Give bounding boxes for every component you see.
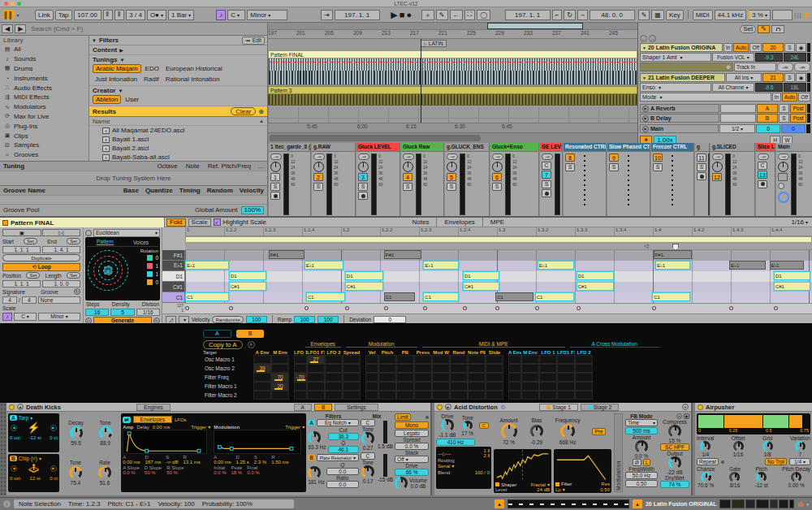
mod-peak[interactable]: 18 % xyxy=(231,470,242,475)
mixer-strip[interactable]: g.GLUCK_ENS -∞ C 5 S 0 12 24 36 48 60 xyxy=(445,143,490,216)
midi-note[interactable]: C1 xyxy=(423,292,459,301)
track-activator-chip[interactable] xyxy=(778,173,788,181)
matrix-cell[interactable] xyxy=(294,391,307,400)
matrix-tab-a[interactable]: A xyxy=(203,330,231,338)
midi-note[interactable]: E♭1 xyxy=(185,261,229,270)
matrix-cell[interactable] xyxy=(294,382,307,391)
tab-pattern[interactable]: Pattern xyxy=(97,239,114,245)
midi-loop-bar[interactable] xyxy=(185,236,812,243)
track-activator-chip[interactable]: 11 xyxy=(697,153,706,162)
matrix-cell[interactable] xyxy=(378,355,396,364)
amp-a-slope[interactable]: 0.0 % xyxy=(123,470,135,475)
pitch-decay-knob[interactable] xyxy=(791,472,801,482)
tab-stage-2[interactable]: Stage 2 xyxy=(581,404,619,411)
clear-filters-button[interactable]: Clear xyxy=(231,107,256,115)
pan-knob[interactable] xyxy=(313,162,324,172)
filter-a-gain[interactable]: 1.5 dB xyxy=(378,443,393,449)
device-title[interactable]: Death Kicks xyxy=(26,404,61,411)
device-title[interactable]: Airpusher xyxy=(706,404,734,411)
track-20-send-a[interactable]: -∞ xyxy=(777,63,793,71)
loop-button[interactable]: ↻ xyxy=(564,10,576,20)
mono-button[interactable]: Mono xyxy=(395,421,429,429)
lane-select-icon[interactable] xyxy=(179,316,189,324)
mixer-strip[interactable]: Freezer CTRL -∞ C 10 S 0 12 24 36 48 60 xyxy=(651,143,694,216)
steps-field[interactable]: 16 xyxy=(85,309,109,316)
creator-collapse-icon[interactable]: ▼ xyxy=(118,89,123,93)
tab-stage-1[interactable]: Stage 1 xyxy=(539,404,577,411)
velocity-marker[interactable] xyxy=(495,306,499,310)
acid-drive-knob[interactable] xyxy=(441,419,454,432)
tab-envelopes[interactable]: Envelopes xyxy=(442,218,477,227)
sidebar-item[interactable]: ▣ Clips xyxy=(0,131,89,140)
interval-value[interactable]: 1/4 xyxy=(697,452,714,457)
automation-line[interactable] xyxy=(269,62,637,63)
level-value[interactable]: 24 dB xyxy=(537,487,550,492)
track-21-pan[interactable]: 18L xyxy=(784,83,806,92)
filter-a-tone-knob[interactable] xyxy=(361,432,374,445)
duplicate-button[interactable]: Duplicate xyxy=(2,254,80,261)
tunings-collapse-icon[interactable]: ▼ xyxy=(120,58,125,63)
velocity-marker[interactable] xyxy=(345,306,349,310)
mixer-strip-name[interactable]: GE LEV xyxy=(540,143,562,152)
mixer-strip-name[interactable]: Slow Phased CTR xyxy=(607,143,650,152)
matrix-cell[interactable] xyxy=(365,382,378,391)
punch-out-button[interactable]: ¬ xyxy=(577,10,588,20)
tuning-menu-icon[interactable]: … xyxy=(257,162,264,170)
acid-freq-knob[interactable] xyxy=(560,424,575,439)
no-triplet-button[interactable]: No Trpl xyxy=(765,458,787,465)
matrix-cell[interactable] xyxy=(450,373,468,382)
tab-b[interactable]: B xyxy=(314,404,332,411)
engine-b-knob1[interactable] xyxy=(69,466,82,479)
midi-ruler[interactable]: 11.1.21.1.31.1.41.21.2.21.2.31.2.41.31.3… xyxy=(185,227,812,236)
grid-menu[interactable]: 1/16 xyxy=(788,218,810,227)
offset-knob[interactable] xyxy=(733,441,744,452)
sidebar-item[interactable]: ⇶ MIDI Effects xyxy=(0,93,89,102)
matrix-cell[interactable] xyxy=(450,391,468,400)
gain-pill[interactable]: -∞ xyxy=(313,153,325,160)
midi-note[interactable]: E♭1 xyxy=(729,261,766,270)
track-20-automation-control[interactable]: Shaper 1 Amt xyxy=(640,53,711,62)
main-volume[interactable]: 0 xyxy=(781,124,806,133)
matrix-cell[interactable] xyxy=(414,364,432,373)
lane-add-icon[interactable]: ◿ xyxy=(166,316,176,324)
track-20-name[interactable]: ▼20 Latin Fusion ORIGINA xyxy=(640,43,723,52)
pitch-knob[interactable] xyxy=(756,472,767,482)
matrix-cell[interactable] xyxy=(468,391,486,400)
sidebar-item[interactable]: ▤ All xyxy=(0,45,89,54)
live-logo-icon[interactable]: ▌▌ xyxy=(3,10,15,19)
content-section-label[interactable]: Content xyxy=(93,46,117,54)
track-activator-chip[interactable]: 5 xyxy=(447,173,456,181)
output-value[interactable]: -22 dB xyxy=(660,469,689,475)
fb-freq-field[interactable]: 50.0 Hz xyxy=(625,472,658,479)
rotation-value[interactable]: 1 xyxy=(155,271,158,277)
matrix-cell[interactable] xyxy=(343,364,361,373)
matrix-cell[interactable] xyxy=(508,382,521,391)
engine-b-oct[interactable]: 0 oct xyxy=(10,476,20,481)
chance-value[interactable]: 70.6 % xyxy=(697,482,715,488)
modulation-side-strip[interactable]: Modulation xyxy=(614,413,623,492)
record-button[interactable]: ● xyxy=(406,10,412,19)
mixer-strip[interactable]: Resonated CTRL -∞ C 8 S 0 12 24 36 48 60 xyxy=(564,143,607,216)
next-automation-icon[interactable]: → xyxy=(649,35,656,42)
matrix-cell[interactable] xyxy=(539,382,557,391)
return-a-name[interactable]: ▶A Reverb xyxy=(640,104,719,113)
pitch-value[interactable]: -12 st xyxy=(755,482,768,488)
sidebar-item[interactable]: ⟳ Max for Live xyxy=(0,112,89,122)
matrix-cell[interactable] xyxy=(468,355,486,364)
filter-tag-user[interactable]: User xyxy=(123,95,141,104)
matrix-cell[interactable] xyxy=(486,391,503,400)
tab-envelopes-dev[interactable]: Envelopes xyxy=(133,416,172,423)
acid-drive[interactable]: -1.1 dB xyxy=(438,432,456,438)
clip-length-field[interactable]: 1. 0. 0 xyxy=(42,280,80,287)
mixer-strip-name[interactable]: g.SLICED xyxy=(710,143,754,152)
start-set-button[interactable]: Set xyxy=(24,238,37,244)
track-20-pan[interactable]: 24L xyxy=(784,53,806,62)
gain-pill[interactable]: -∞ xyxy=(403,153,414,160)
velocity-marker[interactable] xyxy=(304,306,309,310)
loop-start-field[interactable]: 197. 1. 1 xyxy=(505,10,551,20)
scale-mode-icon[interactable]: ♪ xyxy=(216,10,226,20)
matrix-cell[interactable] xyxy=(343,391,361,400)
return-a-solo[interactable]: S xyxy=(779,104,789,113)
track-21-automation-control[interactable]: Enso xyxy=(640,83,711,92)
rotation-value[interactable]: 0 xyxy=(155,279,158,285)
